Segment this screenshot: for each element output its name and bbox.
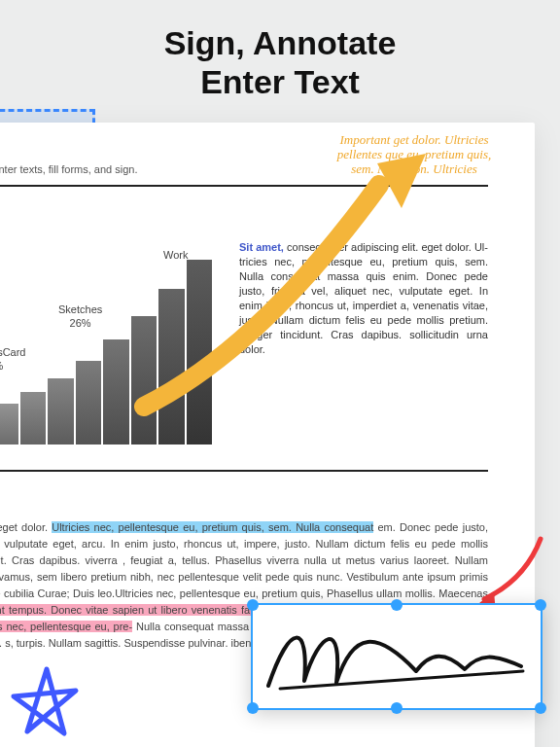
resize-handle[interactable]	[391, 599, 402, 611]
resize-handle[interactable]	[247, 599, 259, 611]
page-title: Sign, Annotate Enter Text	[0, 23, 560, 101]
signature-glyph	[261, 613, 533, 700]
section-title-statistics: istics	[0, 200, 488, 223]
divider	[0, 185, 488, 187]
highlight-pink[interactable]: et ante tincidunt tempus. Donec vitae sa…	[0, 604, 260, 616]
highlight-blue[interactable]: Ultricies nec, pellentesque eu, pretium …	[52, 521, 373, 533]
divider	[0, 470, 488, 472]
handwritten-annotation[interactable]: Important get dolor. Ultricies pellentes…	[327, 132, 502, 176]
headline-line2: Enter Text	[200, 63, 360, 100]
highlight-pink[interactable]: nt. Duis leo.Ultricies nec, pellentesque…	[0, 621, 132, 632]
chart-label: Sketches26%	[58, 302, 102, 330]
statistics-chart: ent PaperBusinessCard23%Sketches26%Work	[0, 240, 212, 445]
signature-box[interactable]	[251, 603, 542, 710]
paragraph-body: consectetuer ad­ipiscing elit. eget dolo…	[239, 241, 488, 355]
paragraph-text: Sit amet, consectetuer ad­ipiscing elit.…	[239, 240, 488, 445]
section-title-scan: Scan	[0, 487, 488, 510]
scribble-annotation[interactable]	[8, 663, 86, 741]
chart-label: BusinessCard23%	[0, 345, 25, 373]
chart-label: Work	[163, 248, 188, 262]
resize-handle[interactable]	[247, 702, 259, 714]
paragraph-lead: Sit amet,	[239, 241, 284, 253]
headline-line1: Sign, Annotate	[164, 24, 397, 61]
resize-handle[interactable]	[535, 599, 546, 611]
resize-handle[interactable]	[535, 702, 546, 714]
resize-handle[interactable]	[391, 702, 402, 714]
